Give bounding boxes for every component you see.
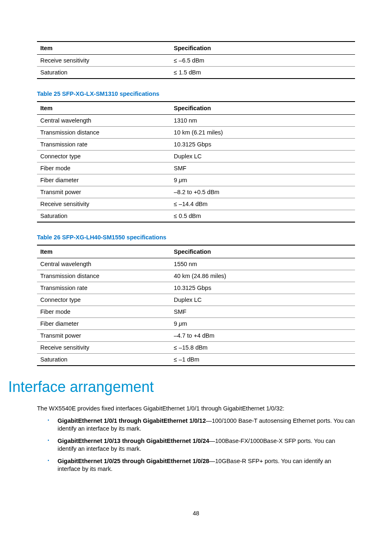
header-spec: Specification xyxy=(171,245,355,258)
cell-spec: Duplex LC xyxy=(171,151,355,162)
cell-spec: 10 km (6.21 miles) xyxy=(171,127,355,139)
header-item: Item xyxy=(37,42,171,55)
cell-item: Fiber mode xyxy=(37,306,171,318)
cell-spec: 10.3125 Gbps xyxy=(171,282,355,294)
cell-spec: –4.7 to +4 dBm xyxy=(171,330,355,342)
table-25: Item Specification Central wavelength131… xyxy=(37,101,355,222)
cell-item: Saturation xyxy=(37,354,171,366)
table-25-caption: Table 25 SFP-XG-LX-SM1310 specifications xyxy=(37,90,355,97)
cell-item: Receive sensitivity xyxy=(37,342,171,354)
table-header-row: Item Specification xyxy=(37,102,355,115)
table-24-cont: Item Specification Receive sensitivity ≤… xyxy=(37,41,355,79)
cell-item: Central wavelength xyxy=(37,258,171,270)
table-row: Receive sensitivity ≤ –6.5 dBm xyxy=(37,55,355,67)
cell-item: Central wavelength xyxy=(37,115,171,127)
bullet-bold: GigabitEthernet 1/0/25 through GigabitEt… xyxy=(58,458,209,464)
table-26-caption: Table 26 SFP-XG-LH40-SM1550 specificatio… xyxy=(37,234,355,241)
cell-spec: ≤ –6.5 dBm xyxy=(171,55,355,67)
table-row: Receive sensitivity≤ –15.8 dBm xyxy=(37,342,355,354)
cell-item: Fiber diameter xyxy=(37,174,171,186)
cell-spec: 40 km (24.86 miles) xyxy=(171,270,355,282)
list-item: GigabitEthernet 1/0/25 through GigabitEt… xyxy=(46,457,355,473)
cell-spec: –8.2 to +0.5 dBm xyxy=(171,186,355,198)
bullet-list: GigabitEthernet 1/0/1 through GigabitEth… xyxy=(46,417,355,473)
cell-item: Saturation xyxy=(37,210,171,222)
cell-spec: 1310 nm xyxy=(171,115,355,127)
bullet-bold: GigabitEthernet 1/0/1 through GigabitEth… xyxy=(58,417,206,424)
cell-spec: 10.3125 Gbps xyxy=(171,139,355,151)
table-25-body: Central wavelength1310 nm Transmission d… xyxy=(37,115,355,222)
table-26: Item Specification Central wavelength155… xyxy=(37,245,355,366)
table-row: Saturation≤ –1 dBm xyxy=(37,354,355,366)
section-heading: Interface arrangement xyxy=(8,378,355,396)
table-row: Fiber diameter9 μm xyxy=(37,174,355,186)
table-header-row: Item Specification xyxy=(37,42,355,55)
cell-spec: ≤ 1.5 dBm xyxy=(171,67,355,79)
cell-item: Fiber mode xyxy=(37,162,171,174)
table-row: Central wavelength1310 nm xyxy=(37,115,355,127)
header-item: Item xyxy=(37,245,171,258)
cell-spec: SMF xyxy=(171,162,355,174)
cell-spec: ≤ –1 dBm xyxy=(171,354,355,366)
cell-item: Fiber diameter xyxy=(37,318,171,330)
table-row: Transmission distance10 km (6.21 miles) xyxy=(37,127,355,139)
cell-spec: ≤ –14.4 dBm xyxy=(171,198,355,210)
table-24-body: Receive sensitivity ≤ –6.5 dBm Saturatio… xyxy=(37,55,355,79)
list-item: GigabitEthernet 1/0/13 through GigabitEt… xyxy=(46,437,355,453)
table-row: Transmission distance40 km (24.86 miles) xyxy=(37,270,355,282)
page-number: 48 xyxy=(0,510,392,517)
header-item: Item xyxy=(37,102,171,115)
cell-item: Connector type xyxy=(37,294,171,306)
table-row: Connector typeDuplex LC xyxy=(37,151,355,162)
cell-spec: 9 μm xyxy=(171,318,355,330)
cell-item: Transmit power xyxy=(37,186,171,198)
cell-item: Transmission rate xyxy=(37,139,171,151)
cell-item: Receive sensitivity xyxy=(37,55,171,67)
cell-item: Transmission rate xyxy=(37,282,171,294)
cell-spec: SMF xyxy=(171,306,355,318)
table-row: Fiber modeSMF xyxy=(37,162,355,174)
list-item: GigabitEthernet 1/0/1 through GigabitEth… xyxy=(46,417,355,433)
table-row: Saturation ≤ 1.5 dBm xyxy=(37,67,355,79)
cell-item: Connector type xyxy=(37,151,171,162)
table-row: Transmission rate10.3125 Gbps xyxy=(37,139,355,151)
table-header-row: Item Specification xyxy=(37,245,355,258)
cell-spec: 9 μm xyxy=(171,174,355,186)
cell-spec: ≤ –15.8 dBm xyxy=(171,342,355,354)
cell-item: Saturation xyxy=(37,67,171,79)
cell-spec: 1550 nm xyxy=(171,258,355,270)
page: Item Specification Receive sensitivity ≤… xyxy=(0,0,392,533)
cell-spec: Duplex LC xyxy=(171,294,355,306)
section-intro: The WX5540E provides fixed interfaces Gi… xyxy=(37,405,355,413)
table-row: Fiber diameter9 μm xyxy=(37,318,355,330)
table-row: Fiber modeSMF xyxy=(37,306,355,318)
header-spec: Specification xyxy=(171,42,355,55)
table-row: Connector typeDuplex LC xyxy=(37,294,355,306)
header-spec: Specification xyxy=(171,102,355,115)
table-row: Receive sensitivity≤ –14.4 dBm xyxy=(37,198,355,210)
cell-item: Transmission distance xyxy=(37,270,171,282)
cell-item: Transmit power xyxy=(37,330,171,342)
table-26-body: Central wavelength1550 nm Transmission d… xyxy=(37,258,355,366)
table-row: Saturation≤ 0.5 dBm xyxy=(37,210,355,222)
table-row: Central wavelength1550 nm xyxy=(37,258,355,270)
table-row: Transmit power–8.2 to +0.5 dBm xyxy=(37,186,355,198)
cell-spec: ≤ 0.5 dBm xyxy=(171,210,355,222)
cell-item: Transmission distance xyxy=(37,127,171,139)
table-row: Transmission rate10.3125 Gbps xyxy=(37,282,355,294)
table-row: Transmit power–4.7 to +4 dBm xyxy=(37,330,355,342)
bullet-bold: GigabitEthernet 1/0/13 through GigabitEt… xyxy=(58,438,209,444)
cell-item: Receive sensitivity xyxy=(37,198,171,210)
